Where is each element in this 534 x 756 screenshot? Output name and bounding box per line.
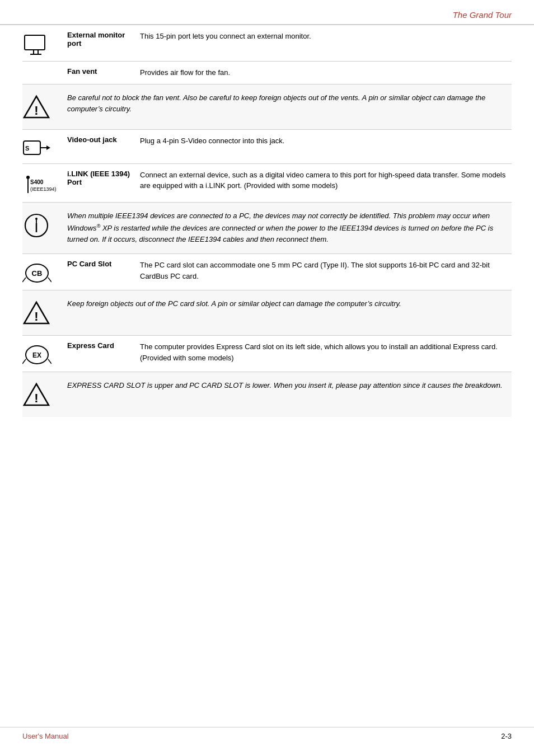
entry-label-fan-vent: Fan vent	[67, 67, 140, 76]
entry-row-fan-vent: Fan vent Provides air flow for the fan.	[22, 62, 512, 84]
entry-body-ilink: i.LINK (IEEE 1394) Port Connect an exter…	[67, 170, 512, 191]
note-text-fan-vent: Be careful not to block the fan vent. Al…	[67, 92, 512, 116]
entry-body-pccard: PC Card Slot The PC card slot can accomm…	[67, 260, 512, 281]
express-card-icon: EX	[22, 341, 67, 366]
svg-text:S: S	[25, 145, 29, 152]
content-area: External monitor port This 15-pin port l…	[0, 25, 534, 439]
entry-desc-fan-vent: Provides air flow for the fan.	[140, 67, 512, 78]
entry-body-external-monitor: External monitor port This 15-pin port l…	[67, 31, 512, 48]
page-header: The Grand Tour	[0, 0, 534, 25]
ilink-icon: S400 (IEEE1394)	[22, 170, 67, 196]
monitor-port-icon	[22, 31, 67, 55]
entry-row-ilink: S400 (IEEE1394) i.LINK (IEEE 1394) Port …	[22, 164, 512, 203]
note-row-ilink: i When multiple IEEE1394 devices are con…	[22, 203, 512, 255]
svg-text:!: !	[34, 309, 38, 323]
footer-manual-label: User's Manual	[22, 732, 69, 740]
entry-desc-video-out: Plug a 4-pin S-Video connector into this…	[140, 135, 512, 147]
note-row-fan-vent: ! Be careful not to block the fan vent. …	[22, 84, 512, 130]
svg-line-26	[22, 359, 26, 364]
entry-desc-external-monitor: This 15-pin port lets you connect an ext…	[140, 31, 512, 42]
svg-text:(IEEE1394): (IEEE1394)	[30, 186, 56, 192]
entry-desc-express-card: The computer provides Express Card slot …	[140, 341, 512, 363]
warning-icon-2: !	[22, 298, 67, 327]
note-row-pccard: ! Keep foreign objects out of the PC car…	[22, 290, 512, 336]
svg-point-16	[35, 218, 38, 220]
entry-body-express-card: Express Card The computer provides Expre…	[67, 341, 512, 363]
svg-text:!: !	[34, 391, 38, 405]
svg-line-20	[22, 278, 26, 282]
page-container: The Grand Tour External monitor port Thi…	[0, 0, 534, 756]
svg-marker-9	[46, 145, 50, 150]
entry-body-fan-vent: Fan vent Provides air flow for the fan.	[67, 67, 512, 78]
svg-text:CB: CB	[32, 269, 43, 278]
page-footer: User's Manual 2-3	[0, 727, 534, 745]
entry-row-express-card: EX Express Card The computer provides Ex…	[22, 336, 512, 372]
fan-vent-icon-placeholder	[22, 67, 67, 69]
svg-rect-0	[25, 35, 45, 50]
entry-row-pccard: CB PC Card Slot The PC card slot can acc…	[22, 254, 512, 290]
svg-line-21	[48, 278, 51, 282]
svg-text:EX: EX	[32, 351, 41, 359]
footer-page-number: 2-3	[501, 732, 512, 740]
pccard-icon: CB	[22, 260, 67, 284]
entry-label-video-out: Video-out jack	[67, 135, 140, 144]
entry-row-external-monitor: External monitor port This 15-pin port l…	[22, 25, 512, 62]
svg-text:!: !	[34, 104, 38, 118]
entry-row-video-out: S Video-out jack Plug a 4-pin S-Video co…	[22, 130, 512, 164]
header-title: The Grand Tour	[453, 10, 512, 20]
warning-icon-3: !	[22, 380, 67, 409]
entry-label-external-monitor: External monitor port	[67, 31, 140, 48]
entry-desc-pccard: The PC card slot can accommodate one 5 m…	[140, 260, 512, 281]
info-icon: i	[22, 210, 67, 240]
entry-body-video-out: Video-out jack Plug a 4-pin S-Video conn…	[67, 135, 512, 147]
note-text-ilink: When multiple IEEE1394 devices are conne…	[67, 210, 512, 246]
entry-desc-ilink: Connect an external device, such as a di…	[140, 170, 512, 191]
svideo-icon: S	[22, 135, 67, 158]
entry-label-express-card: Express Card	[67, 341, 140, 350]
svg-line-27	[48, 359, 51, 364]
warning-icon-1: !	[22, 92, 67, 121]
note-text-express-card: EXPRESS CARD SLOT is upper and PC CARD S…	[67, 380, 512, 392]
entry-label-pccard: PC Card Slot	[67, 260, 140, 268]
svg-text:S400: S400	[30, 179, 44, 185]
note-text-pccard: Keep foreign objects out of the PC card …	[67, 298, 512, 310]
note-row-express-card: ! EXPRESS CARD SLOT is upper and PC CARD…	[22, 372, 512, 417]
svg-point-10	[26, 176, 30, 179]
entry-label-ilink: i.LINK (IEEE 1394) Port	[67, 170, 140, 186]
